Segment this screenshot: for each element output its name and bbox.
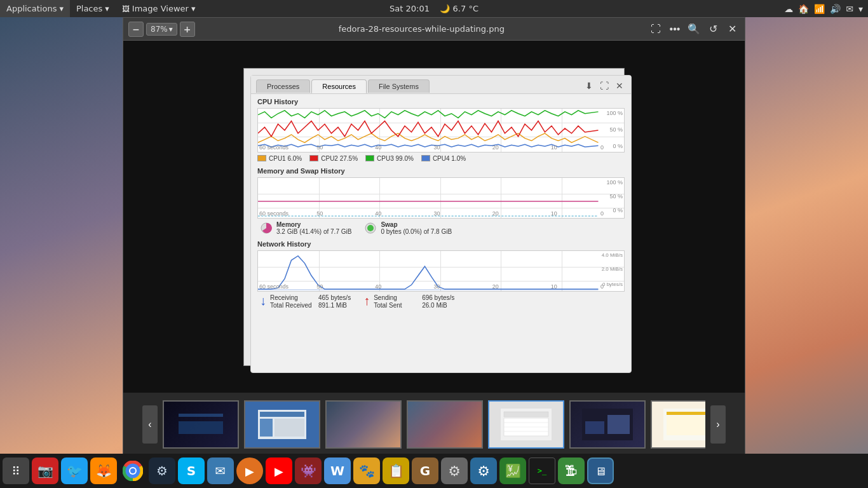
thumbnail-7[interactable]	[651, 400, 705, 449]
zoom-dropdown-icon: ▾	[169, 25, 173, 34]
tab-resources[interactable]: Resources	[311, 79, 367, 93]
down-arrow-icon: ↓	[260, 294, 266, 307]
taskbar-unknown[interactable]: 🐾	[353, 458, 380, 484]
zoom-level-display: 87% ▾	[146, 23, 177, 36]
prev-button[interactable]: ‹	[142, 405, 158, 444]
mem-x-10: 10	[551, 210, 557, 217]
thumb-1-svg	[175, 409, 226, 440]
settings-icon: ⚙	[448, 463, 461, 479]
taskbar-chrome[interactable]	[119, 458, 146, 484]
chrome-icon	[123, 461, 143, 481]
taskbar-game[interactable]: 👾	[295, 458, 322, 484]
net-x-10: 10	[551, 283, 557, 290]
sysmon-download-icon[interactable]: ⬇	[583, 79, 595, 92]
mail-icon[interactable]: ✉	[846, 4, 853, 14]
wifi-icon[interactable]: 📶	[814, 4, 825, 14]
minus-icon: −	[132, 24, 140, 34]
taskbar-bluebird[interactable]: 🐦	[61, 458, 88, 484]
taskbar-camera[interactable]: 📷	[32, 458, 58, 484]
taskbar-firefox[interactable]: 🦊	[90, 458, 117, 484]
thumbnail-6[interactable]	[569, 400, 646, 449]
thumbnail-1[interactable]	[163, 400, 239, 449]
taskbar-writer[interactable]: W	[324, 458, 351, 484]
zoom-in-button[interactable]: +	[180, 22, 195, 37]
thumbnail-2[interactable]	[244, 400, 320, 449]
taskbar-system-settings[interactable]: ⚙	[470, 458, 497, 484]
steam-icon: ⚙	[156, 463, 168, 478]
volume-icon[interactable]: 🔊	[830, 4, 841, 14]
thumbnails-list	[163, 400, 705, 449]
tab-processes[interactable]: Processes	[256, 79, 310, 93]
sysmon-close-icon[interactable]: ✕	[613, 79, 626, 92]
applications-menu[interactable]: Applications ▾	[0, 0, 70, 17]
taskbar-gimp[interactable]: G	[412, 458, 438, 484]
taskbar-settings[interactable]: ⚙	[441, 458, 468, 484]
mem-x-30: 30	[433, 210, 440, 217]
fullscreen-button[interactable]: ⛶	[648, 22, 663, 37]
taskbar-steam[interactable]: ⚙	[149, 458, 175, 484]
datetime-text: Sat 20:01	[390, 4, 430, 13]
taskbar-terminal[interactable]: >_	[529, 458, 555, 484]
cpu-section-title: CPU History	[257, 98, 625, 105]
memory-section-title: Memory and Swap History	[257, 167, 625, 175]
thumbnail-4[interactable]	[407, 400, 483, 449]
taskbar-grid-menu[interactable]: ⠿	[3, 458, 29, 484]
mem-x-50: 50	[316, 210, 323, 217]
receiving-speed: 465 bytes/s	[318, 294, 351, 301]
total-sent-value: 26.0 MiB	[422, 302, 447, 309]
thumb-6-svg	[582, 409, 633, 440]
net-x-30: 30	[433, 283, 440, 290]
viewer-window: − 87% ▾ + fedora-28-resources-while-upda…	[123, 17, 745, 475]
viewer-zoom-controls: − 87% ▾ +	[128, 22, 195, 37]
taskbar-notes[interactable]: 📋	[383, 458, 409, 484]
thumbnail-5[interactable]	[488, 400, 564, 449]
svg-rect-20	[667, 416, 705, 435]
home-icon[interactable]: 🏠	[798, 4, 809, 14]
more-options-button[interactable]: •••	[667, 22, 682, 37]
places-menu[interactable]: Places ▾	[70, 0, 116, 17]
zoom-out-button[interactable]: −	[128, 22, 144, 37]
mem-x-20: 20	[492, 210, 499, 217]
taskbar-vlc[interactable]: ▶	[236, 458, 263, 484]
thumbnail-3[interactable]	[325, 400, 402, 449]
memory-info: Memory 3.2 GiB (41.4%) of 7.7 GiB	[257, 221, 625, 235]
topbar-datetime: Sat 20:01 🌙 6.7 °C	[390, 4, 478, 13]
cpu-x-30: 30	[433, 144, 440, 151]
youtube-icon: ▶	[275, 464, 283, 478]
bluebird-icon: 🐦	[67, 463, 83, 478]
cpu-x-0: 0	[600, 144, 604, 151]
taskbar-archive[interactable]: 🗜	[558, 458, 585, 484]
taskbar-network-active[interactable]: 🖥	[587, 458, 614, 484]
memory-item: Memory 3.2 GiB (41.4%) of 7.7 GiB	[260, 221, 351, 235]
memory-pie-icon	[260, 222, 273, 234]
screenshot-image: Processes Resources File Systems ⬇ ⛶ ✕	[243, 68, 625, 366]
tab-filesystems[interactable]: File Systems	[368, 79, 430, 93]
network-info: ↓ Receiving 465 bytes/s Total Received 8…	[257, 294, 625, 309]
svg-rect-17	[607, 415, 630, 434]
taskbar-budget[interactable]: 💹	[499, 458, 526, 484]
svg-point-23	[130, 468, 135, 473]
image-viewer-menu[interactable]: 🖼 Image Viewer ▾	[116, 0, 202, 17]
system-monitor-dialog: Processes Resources File Systems ⬇ ⛶ ✕	[250, 75, 632, 373]
writer-icon: W	[330, 463, 344, 478]
total-received-value: 891.1 MiB	[318, 302, 347, 309]
close-button[interactable]: ✕	[724, 22, 740, 37]
taskbar-skype[interactable]: S	[178, 458, 205, 484]
cloud-icon[interactable]: ☁	[784, 4, 793, 14]
sysmon-fullscreen-icon[interactable]: ⛶	[598, 79, 611, 92]
net-x-20: 20	[492, 283, 499, 290]
swap-value: 0 bytes (0.0%) of 7.8 GiB	[381, 228, 452, 235]
taskbar-mail[interactable]: ✉	[207, 458, 234, 484]
cpu-chart: 100 % 50 % 0 %	[257, 108, 625, 152]
taskbar-youtube[interactable]: ▶	[266, 458, 292, 484]
swap-label: Swap	[381, 221, 452, 228]
taskbar: ⠿ 📷 🐦 🦊 ⚙	[0, 454, 868, 488]
rotate-button[interactable]: ↺	[705, 22, 721, 37]
system-settings-icon: ⚙	[477, 463, 490, 479]
next-button[interactable]: ›	[710, 405, 726, 444]
receiving-label: Receiving	[270, 294, 315, 301]
mail-icon: ✉	[215, 463, 226, 478]
zoom-out-window-button[interactable]: 🔍	[686, 22, 702, 37]
legend-cpu1: CPU1 6.0%	[257, 155, 302, 162]
power-arrow-icon[interactable]: ▾	[858, 4, 863, 14]
